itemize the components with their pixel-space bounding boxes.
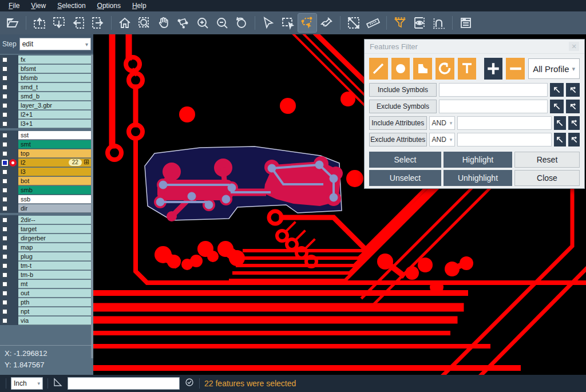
report-list-icon[interactable] <box>457 14 475 32</box>
layer-visibility-checkbox[interactable] <box>2 84 8 90</box>
polygon-select-icon[interactable] <box>298 14 316 32</box>
layer-visibility-checkbox[interactable] <box>2 121 8 127</box>
layer-visibility-checkbox[interactable] <box>2 272 8 278</box>
pick-symbol-add-icon[interactable] <box>566 83 580 97</box>
layer-name-cell[interactable]: pth <box>18 298 91 307</box>
layer-visibility-checkbox[interactable] <box>2 160 8 166</box>
layer-name-cell[interactable]: bfsmb <box>18 74 91 82</box>
layer-name-cell[interactable]: sst <box>18 131 91 140</box>
layer-name-cell[interactable]: 2dir-- <box>18 216 91 224</box>
add-filter-button[interactable] <box>484 58 503 80</box>
dialog-titlebar[interactable]: Features Filter ✕ <box>365 39 584 54</box>
command-input[interactable] <box>68 377 180 390</box>
layer-visibility-checkbox[interactable] <box>2 308 8 315</box>
pan-up-icon[interactable] <box>30 14 49 32</box>
layer-grid-icon[interactable]: ⊞ <box>84 159 89 165</box>
layer-visibility-checkbox[interactable] <box>2 290 8 296</box>
pan-hand-icon[interactable] <box>155 14 173 32</box>
layer-name-cell[interactable]: via <box>18 316 91 325</box>
snap-angle-icon[interactable] <box>53 377 63 390</box>
layer-name-cell[interactable]: tm-t <box>18 262 91 270</box>
zoom-in-icon[interactable] <box>193 14 212 32</box>
layer-visibility-checkbox[interactable] <box>2 93 8 100</box>
units-select[interactable]: Inch ▾ <box>11 377 43 390</box>
pick-attribute-add-icon[interactable] <box>568 116 580 130</box>
layer-visibility-checkbox[interactable] <box>2 244 8 251</box>
filter-arcs-button[interactable] <box>435 58 454 80</box>
layer-name-cell[interactable]: l2+1 <box>18 110 91 119</box>
select-button[interactable]: Select <box>369 152 441 168</box>
filter-text-button[interactable] <box>458 58 477 80</box>
menu-item-help[interactable]: Help <box>127 1 152 11</box>
layer-visibility-checkbox[interactable] <box>2 318 8 324</box>
layer-visibility-checkbox[interactable] <box>2 254 8 260</box>
close-button[interactable]: Close <box>514 170 580 186</box>
net-jump-icon[interactable] <box>430 14 448 32</box>
pick-attribute-add-icon[interactable] <box>568 133 580 146</box>
zoom-out-icon[interactable] <box>213 14 231 32</box>
home-view-icon[interactable] <box>116 14 134 32</box>
layer-name-cell[interactable]: top <box>18 149 91 158</box>
layer-visibility-checkbox[interactable] <box>2 57 8 63</box>
pick-attribute-icon[interactable] <box>554 133 565 146</box>
measure-line-icon[interactable] <box>345 14 363 32</box>
zoom-area-icon[interactable] <box>135 14 153 32</box>
layer-visibility-checkbox[interactable] <box>2 75 8 81</box>
layer-name-cell[interactable]: dir <box>18 204 91 213</box>
layer-visibility-checkbox[interactable] <box>2 151 8 157</box>
include-attributes-button[interactable]: Include Attributes <box>369 116 427 130</box>
layer-visibility-checkbox[interactable] <box>2 169 8 175</box>
layer-visibility-checkbox[interactable] <box>2 281 8 287</box>
layer-name-cell[interactable]: tm-b <box>18 271 91 279</box>
layer-name-cell[interactable]: smd_t <box>18 83 91 92</box>
exclude-symbols-input[interactable] <box>439 100 548 113</box>
menu-item-file[interactable]: File <box>3 1 25 11</box>
pick-symbol-icon[interactable] <box>550 83 564 97</box>
layer-visibility-checkbox[interactable] <box>2 196 8 203</box>
exclude-attributes-logic-select[interactable]: AND ▾ <box>429 133 456 146</box>
layer-visibility-checkbox[interactable] <box>2 226 8 232</box>
pan-left-icon[interactable] <box>69 14 88 32</box>
layer-name-cell[interactable]: npt <box>18 307 91 316</box>
layer-visibility-checkbox[interactable] <box>2 187 8 193</box>
clean-brush-icon[interactable] <box>318 14 336 32</box>
layer-visibility-checkbox[interactable] <box>2 263 8 269</box>
exclude-symbols-button[interactable]: Exclude Symbols <box>369 100 437 113</box>
profile-select[interactable]: All Profile ▾ <box>528 58 580 79</box>
layer-list-scrollbar[interactable] <box>91 55 93 358</box>
pan-right-icon[interactable] <box>89 14 107 32</box>
layer-visibility-checkbox[interactable] <box>2 66 8 72</box>
unselect-button[interactable]: Unselect <box>369 170 441 186</box>
filter-pads-button[interactable] <box>391 58 410 80</box>
layer-name-cell[interactable]: ssb <box>18 195 91 204</box>
layer-name-cell[interactable]: target <box>18 225 91 233</box>
include-attributes-logic-select[interactable]: AND ▾ <box>429 116 456 130</box>
close-icon[interactable]: ✕ <box>569 42 579 51</box>
pick-attribute-icon[interactable] <box>554 116 565 130</box>
remove-filter-button[interactable] <box>506 58 525 80</box>
layer-name-cell[interactable]: fx <box>18 56 91 64</box>
filter-lines-button[interactable] <box>369 58 388 80</box>
include-symbols-input[interactable] <box>439 83 548 97</box>
layer-name-cell[interactable]: l3+1 <box>18 120 91 128</box>
layer-name-cell[interactable]: mt <box>18 280 91 288</box>
zoom-previous-icon[interactable] <box>232 14 251 32</box>
features-filter-icon[interactable] <box>391 14 409 32</box>
select-arrow-icon[interactable] <box>259 14 278 32</box>
menu-item-options[interactable]: Options <box>92 1 126 11</box>
layer-visibility-checkbox[interactable] <box>2 141 8 148</box>
layer-name-cell[interactable]: l222⊞ <box>18 159 91 167</box>
layer-visibility-checkbox[interactable] <box>2 217 8 223</box>
reset-button[interactable]: Reset <box>514 152 580 168</box>
exclude-attributes-input[interactable] <box>457 133 552 146</box>
zoom-polygon-icon[interactable] <box>174 14 192 32</box>
rect-select-icon[interactable] <box>279 14 297 32</box>
filter-surfaces-button[interactable] <box>413 58 432 80</box>
pick-symbol-icon[interactable] <box>550 100 564 113</box>
include-attributes-input[interactable] <box>457 116 552 130</box>
layer-visibility-checkbox[interactable] <box>2 132 8 138</box>
layer-name-cell[interactable]: bfsmt <box>18 65 91 73</box>
highlight-button[interactable]: Highlight <box>444 152 512 168</box>
menu-item-selection[interactable]: Selection <box>52 1 90 11</box>
layer-visibility-checkbox[interactable] <box>2 178 8 184</box>
